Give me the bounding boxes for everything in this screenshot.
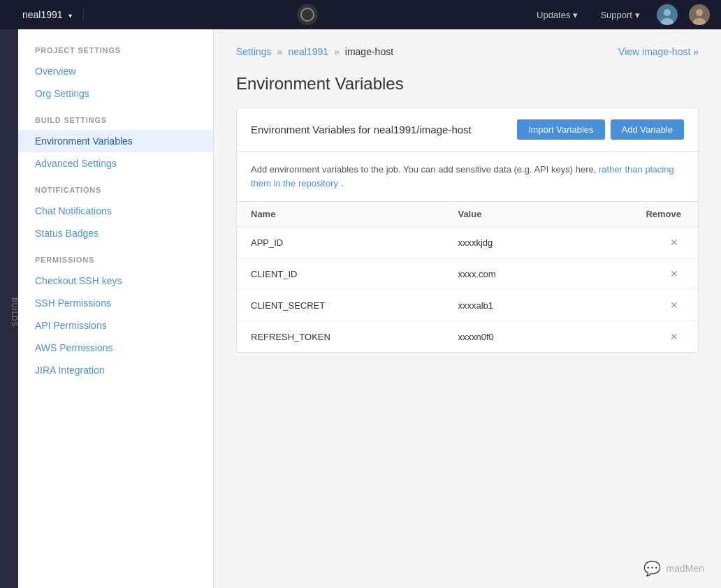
env-var-name: CLIENT_SECRET xyxy=(237,290,444,321)
svg-point-1 xyxy=(664,9,671,16)
remove-env-var-button[interactable]: ✕ xyxy=(667,267,681,281)
env-var-value: xxxxn0f0 xyxy=(444,321,570,353)
user-avatar[interactable] xyxy=(657,4,678,25)
breadcrumb-user[interactable]: neal1991 xyxy=(288,46,328,57)
env-var-remove-cell: ✕ xyxy=(571,290,698,321)
support-menu[interactable]: Support ▾ xyxy=(595,7,646,23)
description-text: Add environment variables to the job. Yo… xyxy=(251,164,596,175)
breadcrumb: Settings » neal1991 » image-host View im… xyxy=(236,46,699,57)
avatar-image-2 xyxy=(689,4,710,25)
view-project-link[interactable]: View image-host » xyxy=(618,46,699,57)
sidebar-item-ssh-permissions[interactable]: SSH Permissions xyxy=(18,292,213,314)
table-row: CLIENT_SECRETxxxxalb1✕ xyxy=(237,290,698,321)
import-variables-button[interactable]: Import Variables xyxy=(517,119,605,140)
updates-label: Updates xyxy=(537,10,570,20)
sidebar-item-api-permissions[interactable]: API Permissions xyxy=(18,314,213,337)
col-remove-header: Remove xyxy=(571,202,698,227)
col-name-header: Name xyxy=(237,202,444,227)
brand-name: madMen xyxy=(667,563,704,574)
left-strip-builds[interactable]: BUILDS xyxy=(10,297,18,327)
sidebar-section-build-settings: BUILD SETTINGS xyxy=(18,116,213,130)
remove-env-var-button[interactable]: ✕ xyxy=(667,330,681,344)
description-end: . xyxy=(341,178,344,189)
brand-icon: 💬 xyxy=(643,560,661,577)
sidebar-section-notifications: NOTIFICATIONS xyxy=(18,186,213,200)
chevron-down-icon: ▾ xyxy=(573,10,578,20)
breadcrumb-sep-1: » xyxy=(277,46,283,57)
env-var-remove-cell: ✕ xyxy=(571,321,698,353)
sidebar-item-advanced-settings[interactable]: Advanced Settings xyxy=(18,152,213,175)
support-label: Support xyxy=(600,10,632,20)
user-avatar-2[interactable] xyxy=(689,4,710,25)
card-description: Add environment variables to the job. Yo… xyxy=(237,152,698,202)
page-title: Environment Variables xyxy=(236,74,699,94)
nav-right: Updates ▾ Support ▾ xyxy=(531,4,710,25)
circleci-logo xyxy=(297,4,318,25)
main-content: Settings » neal1991 » image-host View im… xyxy=(214,29,721,588)
svg-point-4 xyxy=(696,9,703,16)
env-var-remove-cell: ✕ xyxy=(571,227,698,258)
updates-menu[interactable]: Updates ▾ xyxy=(531,7,583,23)
username: neal1991 xyxy=(22,9,63,20)
remove-env-var-button[interactable]: ✕ xyxy=(667,235,681,249)
chevron-down-icon xyxy=(68,9,72,20)
sidebar-section-permissions: PERMISSIONS xyxy=(18,256,213,270)
env-var-name: APP_ID xyxy=(237,227,444,258)
env-var-value: xxxxkjdg xyxy=(444,227,570,258)
env-vars-card: Environment Variables for neal1991/image… xyxy=(236,108,699,353)
env-var-value: xxxx.com xyxy=(444,258,570,290)
breadcrumb-sep-2: » xyxy=(334,46,340,57)
logo-circle xyxy=(300,8,314,22)
left-strip: BUILDS PROJECTS TS M xyxy=(0,29,18,588)
env-var-name: REFRESH_TOKEN xyxy=(237,321,444,353)
card-header-title: Environment Variables for neal1991/image… xyxy=(251,124,472,135)
env-var-name: CLIENT_ID xyxy=(237,258,444,290)
sidebar-item-jira-integration[interactable]: JIRA Integration xyxy=(18,359,213,381)
table-header-row: Name Value Remove xyxy=(237,202,698,227)
table-row: CLIENT_IDxxxx.com✕ xyxy=(237,258,698,290)
breadcrumb-settings[interactable]: Settings xyxy=(236,46,272,57)
add-variable-button[interactable]: Add Variable xyxy=(611,119,684,140)
user-menu[interactable]: neal1991 xyxy=(11,9,84,20)
sidebar-item-org-settings[interactable]: Org Settings xyxy=(18,82,213,105)
sidebar-item-chat-notifications[interactable]: Chat Notifications xyxy=(18,200,213,222)
table-row: REFRESH_TOKENxxxxn0f0✕ xyxy=(237,321,698,353)
col-value-header: Value xyxy=(444,202,570,227)
avatar-image xyxy=(657,4,678,25)
sidebar-item-overview[interactable]: Overview xyxy=(18,60,213,82)
remove-env-var-button[interactable]: ✕ xyxy=(667,298,681,312)
sidebar-section-project-settings: PROJECT SETTINGS xyxy=(18,46,213,60)
breadcrumb-project: image-host xyxy=(345,46,393,57)
table-row: APP_IDxxxxkjdg✕ xyxy=(237,227,698,258)
env-var-remove-cell: ✕ xyxy=(571,258,698,290)
chevron-down-icon: ▾ xyxy=(635,10,640,20)
sidebar-item-environment-variables[interactable]: Environment Variables xyxy=(18,130,213,152)
page-layout: BUILDS PROJECTS TS M PROJECT SETTINGS Ov… xyxy=(0,29,721,588)
footer-brand: 💬 madMen xyxy=(643,560,704,577)
top-nav: neal1991 Updates ▾ Support ▾ xyxy=(0,0,721,29)
card-header-actions: Import Variables Add Variable xyxy=(517,119,684,140)
card-header: Environment Variables for neal1991/image… xyxy=(237,108,698,152)
sidebar: PROJECT SETTINGS Overview Org Settings B… xyxy=(18,29,214,588)
nav-center xyxy=(84,4,531,25)
sidebar-item-status-badges[interactable]: Status Badges xyxy=(18,222,213,244)
env-vars-table: Name Value Remove APP_IDxxxxkjdg✕CLIENT_… xyxy=(237,202,698,352)
sidebar-item-checkout-ssh[interactable]: Checkout SSH keys xyxy=(18,270,213,292)
env-var-value: xxxxalb1 xyxy=(444,290,570,321)
sidebar-item-aws-permissions[interactable]: AWS Permissions xyxy=(18,337,213,359)
